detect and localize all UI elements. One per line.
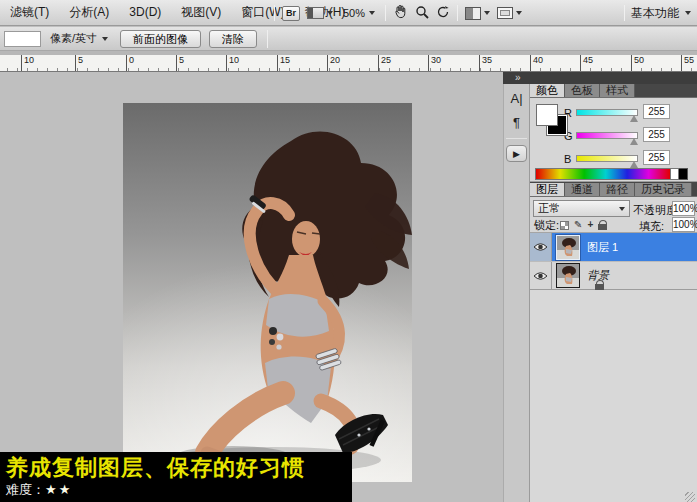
tab-paths[interactable]: 路径 [600,183,635,196]
caption-title: 养成复制图层、保存的好习惯 [6,455,344,481]
zoom-level-combo[interactable]: 50% [340,5,378,21]
menu-analysis[interactable]: 分析(A) [59,0,119,26]
paragraph-panel-icon[interactable]: ¶ [506,112,527,132]
menu-filter[interactable]: 滤镜(T) [0,0,59,26]
collapse-panels-icon[interactable]: » [515,72,522,83]
ruler-unit-label: 25 [378,55,391,71]
layer-row-layer1[interactable]: 图层 1 [530,233,697,261]
chevron-down-icon [369,11,375,15]
screen-mode-icon[interactable] [497,7,522,19]
arrange-documents-icon[interactable] [465,7,490,20]
fill-label: 填充: [639,219,664,234]
lock-position-icon[interactable]: + [587,220,593,230]
difficulty-label: 难度： [6,482,45,497]
ruler-unit-label: 55 [681,55,694,71]
character-panel-icon[interactable]: A| [506,88,527,108]
lock-label: 锁定: [534,218,559,233]
front-image-button[interactable]: 前面的图像 [120,30,201,48]
ruler-unit-label: 0 [126,55,134,71]
rotate-view-icon[interactable] [436,5,450,22]
visibility-eye-icon[interactable] [530,233,552,261]
workspace-switcher[interactable]: 基本功能 [624,0,691,26]
slider-thumb-icon[interactable] [630,138,638,145]
divider [385,5,386,21]
lock-transparency-icon[interactable] [560,221,569,230]
ruler-unit-label: 50 [631,55,644,71]
tab-swatches[interactable]: 色板 [565,84,600,97]
app-bar-tools: Br 50% [274,0,522,26]
layer-row-background[interactable]: 背景 [530,261,697,289]
divider [457,5,458,21]
opacity-value[interactable]: 100% [672,201,695,216]
slider-thumb-icon[interactable] [630,161,638,168]
menu-bar: 滤镜(T) 分析(A) 3D(D) 视图(V) 窗口(W) 帮助(H) Br 5… [0,0,697,26]
ruler-unit-label: 10 [226,55,239,71]
channel-b-slider[interactable] [576,155,638,162]
actions-panel-icon[interactable]: ▶ [506,145,527,162]
layer-list: 图层 1 背景 [530,233,697,290]
ruler-unit-label: 5 [176,55,184,71]
channel-b-label: B [564,153,574,165]
difficulty-stars: ★★ [45,482,72,497]
resolution-input[interactable] [4,31,41,47]
channel-g-value[interactable]: 255 [643,127,670,142]
divider [274,5,275,21]
color-panel-tabs: 颜色 色板 样式 [530,84,697,98]
spectrum-black-swatch[interactable] [679,168,688,180]
lock-pixels-icon[interactable]: ✎ [574,220,582,230]
chevron-down-icon [102,37,108,41]
clear-button[interactable]: 清除 [209,30,257,48]
tab-color[interactable]: 颜色 [530,84,565,97]
channel-r-value[interactable]: 255 [643,104,670,119]
panel-resize-grip[interactable] [685,492,695,502]
layer-name[interactable]: 图层 1 [587,240,618,255]
foreground-color-swatch[interactable] [536,104,558,126]
tool-options-bar: 像素/英寸 前面的图像 清除 [0,27,697,51]
document-photo[interactable] [123,103,412,482]
workspace-label: 基本功能 [631,5,679,22]
chevron-down-icon [619,207,625,211]
layers-panel-empty-area [530,290,697,502]
menu-view[interactable]: 视图(V) [171,0,231,26]
bridge-icon[interactable]: Br [282,6,300,21]
divider [506,138,527,139]
layers-panel-tabs: 图层 通道 路径 历史记录 [530,182,697,197]
color-panel-body: R 255 G 255 B 255 [530,98,697,182]
ruler-unit-label: 40 [530,55,543,71]
ruler-unit-label: 15 [277,55,290,71]
menu-3d[interactable]: 3D(D) [119,0,171,26]
channel-r-slider[interactable] [576,109,638,116]
zoom-tool-icon[interactable] [415,5,429,22]
caption-banner: 养成复制图层、保存的好习惯 难度：★★ [0,452,352,502]
spectrum-white-swatch[interactable] [671,168,679,180]
canvas-area[interactable]: 养成复制图层、保存的好习惯 难度：★★ [0,72,503,502]
spectrum-gradient[interactable] [535,168,671,180]
color-spectrum-bar[interactable] [535,168,688,180]
panel-dock-header[interactable]: » [503,72,697,84]
layer-thumbnail[interactable] [556,263,580,288]
fill-value[interactable]: 100% [672,217,695,232]
channel-g-slider[interactable] [576,132,638,139]
tab-styles[interactable]: 样式 [600,84,635,97]
ruler-unit-label: 45 [580,55,593,71]
divider [267,30,268,48]
hand-tool-icon[interactable] [393,4,408,22]
panel-launcher-icon[interactable] [307,7,333,19]
visibility-eye-icon[interactable] [530,262,552,290]
chevron-down-icon [685,11,691,15]
channel-b-value[interactable]: 255 [643,150,670,165]
tab-history[interactable]: 历史记录 [635,183,692,196]
layer-thumbnail[interactable] [556,235,580,260]
ruler-unit-label: 35 [479,55,492,71]
lock-all-icon[interactable] [598,220,607,230]
ruler[interactable]: 1050510152025303540455055 [0,55,697,72]
ruler-unit-label: 5 [75,55,83,71]
resolution-unit-combo[interactable]: 像素/英寸 [46,30,112,47]
blend-mode-combo[interactable]: 正常 [533,200,630,217]
tab-layers[interactable]: 图层 [530,183,565,196]
lock-icons: ✎ + [560,219,607,231]
layers-panel-controls: 正常 不透明度: 100% 锁定: ✎ + 填充: 100% [530,197,697,233]
resolution-unit-value: 像素/英寸 [50,31,97,46]
slider-thumb-icon[interactable] [630,115,638,122]
tab-channels[interactable]: 通道 [565,183,600,196]
